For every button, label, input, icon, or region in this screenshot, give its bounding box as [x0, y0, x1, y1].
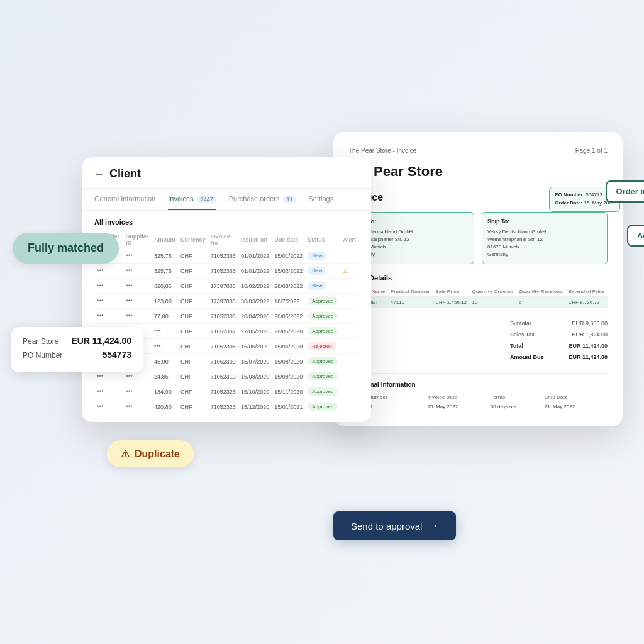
tab-purchase-orders[interactable]: Purchase orders 11	[229, 189, 296, 210]
table-row: INV35678 15. May 2022 30 days net 21. Ma…	[350, 404, 606, 409]
cell-supplier-name: ***	[94, 294, 123, 309]
cell-invoice-no: 71052306	[208, 309, 238, 324]
address-badge[interactable]: Address	[627, 225, 644, 247]
cell-supplier-id: ***	[123, 384, 152, 399]
add-terms: 30 days net	[491, 404, 543, 409]
table-row[interactable]: *** *** 420,80 CHF 71052323 15/12/2020 1…	[94, 399, 358, 414]
table-row[interactable]: *** *** 134,90 CHF 71052323 15/10/2020 1…	[94, 384, 358, 399]
cell-invoice-no: 71052363	[208, 248, 238, 264]
ship-to-label: Ship To:	[487, 218, 602, 226]
send-to-approval-button[interactable]: Send to approval →	[333, 511, 456, 540]
col-issued-on: Issued on	[238, 231, 272, 248]
table-row: CABERNET 47110 CHF 1,456.12 10 6 CHF 8,7…	[348, 296, 608, 308]
purchase-orders-count-badge: 11	[283, 196, 296, 203]
invoice-address-row: PO Number: 554773 Order Date: 15. May 20…	[348, 212, 608, 264]
table-row[interactable]: *** *** 123,00 CHF 17397885 30/03/2022 1…	[94, 294, 358, 309]
order-product-number: 47110	[388, 296, 433, 308]
cell-due-date: 15/08/2020	[272, 354, 305, 369]
cell-invoice-no: 71052323	[208, 399, 238, 414]
cell-alert: ⚠	[340, 264, 358, 279]
cell-status: Approved	[305, 399, 340, 414]
table-row[interactable]: *** *** 77,00 CHF 71052306 20/04/2020 20…	[94, 309, 358, 324]
cell-status: Approved	[305, 309, 340, 324]
cell-alert	[340, 369, 358, 384]
add-col-terms: Terms	[491, 394, 543, 402]
cell-amount: 123,00	[152, 294, 178, 309]
status-badge: Approved	[308, 357, 338, 365]
totals-section: SubtotalEUR 9,600.00 Sales TaxEUR 1,824.…	[348, 318, 608, 363]
cell-supplier-id: ***	[123, 399, 152, 414]
col-alert: Alert	[340, 231, 358, 248]
table-row[interactable]: *** *** 320,85 CHF 17397885 18/02/2022 2…	[94, 279, 358, 294]
cell-invoice-no: 17397885	[208, 294, 238, 309]
status-badge: Rejected	[308, 342, 336, 350]
table-row[interactable]: *** *** 325,75 CHF 71052363 01/01/2022 1…	[94, 264, 358, 279]
add-col-invoice-date: Invoice Date	[428, 394, 489, 402]
cell-issued-on: 18/02/2022	[238, 279, 272, 294]
cell-amount: ***	[152, 339, 178, 354]
cell-alert	[340, 324, 358, 339]
cell-due-date: 15/02/2022	[272, 264, 305, 279]
send-approval-label: Send to approval	[351, 521, 422, 531]
cell-alert	[340, 248, 358, 264]
table-row[interactable]: *** *** 325,75 CHF 71052363 01/01/2022 1…	[94, 248, 358, 264]
cell-due-date: 15/08/2020	[272, 369, 305, 384]
order-information-badge[interactable]: Order information	[606, 180, 644, 203]
tab-invoices[interactable]: Invoices 2447	[168, 189, 216, 210]
back-button[interactable]: ←	[94, 169, 104, 180]
cell-due-date: 28/05/2020	[272, 324, 305, 339]
sales-tax-value: EUR 1,824.00	[572, 329, 608, 340]
cell-alert	[340, 354, 358, 369]
cell-amount: 24,85	[152, 369, 178, 384]
cell-amount: 77,00	[152, 309, 178, 324]
tab-general-information[interactable]: General Information	[94, 189, 155, 210]
totals-table: SubtotalEUR 9,600.00 Sales TaxEUR 1,824.…	[510, 318, 608, 363]
status-badge: Approved	[308, 312, 338, 320]
invoice-logo-area: Pear Store	[348, 162, 608, 182]
ship-to-address: Veksy Deutschland GmbH Weihenstephaner S…	[487, 228, 602, 258]
cell-issued-on: 15/06/2020	[238, 339, 272, 354]
ship-to-block: Ship To: Veksy Deutschland GmbH Weihenst…	[482, 212, 608, 264]
cell-status: New	[305, 248, 340, 264]
cell-status: Approved	[305, 324, 340, 339]
cell-status: New	[305, 264, 340, 279]
cell-currency: CHF	[178, 324, 208, 339]
cell-amount: 325,75	[152, 264, 178, 279]
cell-amount: 420,80	[152, 399, 178, 414]
order-details-table: Product Name Product Number Sale Price Q…	[348, 287, 608, 308]
add-invoice-date: 15. May 2022	[428, 404, 489, 409]
invoices-count-badge: 2447	[197, 196, 216, 203]
client-tabs: General Information Invoices 2447 Purcha…	[82, 189, 371, 211]
total-value: EUR 11,424.00	[569, 340, 608, 352]
duplicate-warning-icon: ⚠	[121, 448, 130, 460]
col-supplier-id: Supplier ID	[123, 231, 152, 248]
cell-due-date: 28/03/2022	[272, 279, 305, 294]
tab-settings[interactable]: Settings	[308, 189, 333, 210]
col-invoice-no: Invoice No	[208, 231, 238, 248]
cell-alert	[340, 294, 358, 309]
cell-amount: ***	[152, 324, 178, 339]
cell-currency: CHF	[178, 294, 208, 309]
arrow-right-icon: →	[428, 520, 438, 531]
invoices-table: Supplier name Supplier ID Amount Currenc…	[94, 231, 358, 414]
po-number-label: PO Number:	[555, 192, 584, 197]
cell-currency: CHF	[178, 354, 208, 369]
order-sale-price: CHF 1,456.12	[433, 296, 469, 308]
additional-info-title: Additional Information	[348, 381, 608, 388]
order-details-section: Order Details Product Name Product Numbe…	[348, 274, 608, 308]
cell-supplier-name: ***	[94, 384, 123, 399]
cell-invoice-no: 71052310	[208, 369, 238, 384]
cell-status: Approved	[305, 369, 340, 384]
status-badge: Approved	[308, 402, 338, 411]
status-badge: New	[308, 252, 326, 260]
sold-to-address: Veksy Deutschland GmbH Weihenstephaner S…	[354, 228, 469, 258]
duplicate-label: Duplicate	[135, 448, 180, 460]
cell-supplier-id: ***	[123, 248, 152, 264]
cell-alert	[340, 399, 358, 414]
cell-due-date: 20/05/2022	[272, 309, 305, 324]
cell-status: Rejected	[305, 339, 340, 354]
cell-supplier-id: ***	[123, 309, 152, 324]
cell-supplier-name: ***	[94, 279, 123, 294]
status-badge: Approved	[308, 372, 338, 380]
invoice-page-info: Page 1 of 1	[575, 147, 608, 154]
